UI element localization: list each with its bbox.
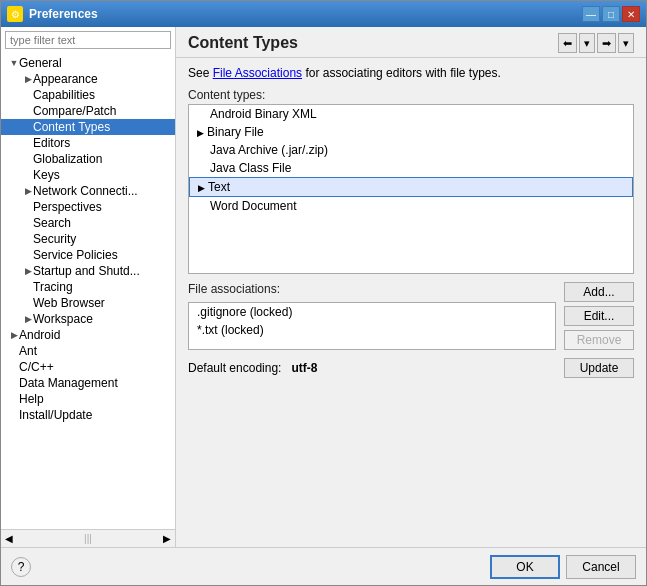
tree-label-startup-shutdown: Startup and Shutd... (33, 264, 140, 278)
back-dropdown-button[interactable]: ▾ (579, 33, 595, 53)
tree-label-ant: Ant (19, 344, 37, 358)
tree-label-keys: Keys (33, 168, 60, 182)
tree-item-general[interactable]: ▼General (1, 55, 175, 71)
ct-arrow-binary-file[interactable]: ▶ (197, 128, 204, 138)
tree-label-data-management: Data Management (19, 376, 118, 390)
tree-arrow-startup-shutdown[interactable]: ▶ (23, 266, 33, 276)
filter-input[interactable] (5, 31, 171, 49)
tree-item-workspace[interactable]: ▶Workspace (1, 311, 175, 327)
right-content: See File Associations for associating ed… (176, 58, 646, 547)
tree-label-tracing: Tracing (33, 280, 73, 294)
title-bar-controls: — □ ✕ (582, 6, 640, 22)
tree-label-android: Android (19, 328, 60, 342)
update-button[interactable]: Update (564, 358, 634, 378)
content-types-section: Content types: Android Binary XML▶Binary… (188, 88, 634, 274)
window-title: Preferences (29, 7, 98, 21)
tree-item-service-policies[interactable]: ▶Service Policies (1, 247, 175, 263)
bottom-left: ? (11, 557, 31, 577)
file-assoc-item-gitignore[interactable]: .gitignore (locked) (189, 303, 555, 321)
tree-item-editors[interactable]: ▶Editors (1, 135, 175, 151)
content-type-item-java-class[interactable]: Java Class File (189, 159, 633, 177)
description-text-2: for associating editors with file types. (302, 66, 501, 80)
tree-label-appearance: Appearance (33, 72, 98, 86)
file-assoc-section: File associations: .gitignore (locked)*.… (188, 282, 634, 350)
window-icon: ⚙ (7, 6, 23, 22)
back-button[interactable]: ⬅ (558, 33, 577, 53)
tree-item-compare-patch[interactable]: ▶Compare/Patch (1, 103, 175, 119)
tree-item-android[interactable]: ▶Android (1, 327, 175, 343)
scroll-right-icon[interactable]: ▶ (159, 533, 175, 544)
tree-item-globalization[interactable]: ▶Globalization (1, 151, 175, 167)
help-button[interactable]: ? (11, 557, 31, 577)
tree-item-help[interactable]: ▶Help (1, 391, 175, 407)
forward-button[interactable]: ➡ (597, 33, 616, 53)
ct-label-word-doc: Word Document (210, 199, 296, 213)
tree-arrow-android[interactable]: ▶ (9, 330, 19, 340)
ct-label-java-archive: Java Archive (.jar/.zip) (210, 143, 328, 157)
tree-item-keys[interactable]: ▶Keys (1, 167, 175, 183)
ct-arrow-text[interactable]: ▶ (198, 183, 205, 193)
file-assoc-label: File associations: (188, 282, 556, 296)
right-panel: Content Types ⬅ ▾ ➡ ▾ See File Associati… (176, 27, 646, 547)
tree-area: ▼General▶Appearance▶Capabilities▶Compare… (1, 53, 175, 529)
cancel-button[interactable]: Cancel (566, 555, 636, 579)
content-type-item-text[interactable]: ▶Text (189, 177, 633, 197)
right-header: Content Types ⬅ ▾ ➡ ▾ (176, 27, 646, 58)
tree-item-perspectives[interactable]: ▶Perspectives (1, 199, 175, 215)
tree-item-capabilities[interactable]: ▶Capabilities (1, 87, 175, 103)
scroll-left-icon[interactable]: ◀ (1, 533, 17, 544)
tree-item-ant[interactable]: ▶Ant (1, 343, 175, 359)
bottom-right: OK Cancel (490, 555, 636, 579)
file-associations-link[interactable]: File Associations (213, 66, 302, 80)
forward-dropdown-button[interactable]: ▾ (618, 33, 634, 53)
tree-label-security: Security (33, 232, 76, 246)
tree-item-data-management[interactable]: ▶Data Management (1, 375, 175, 391)
panel-title: Content Types (188, 34, 298, 52)
add-button[interactable]: Add... (564, 282, 634, 302)
tree-item-startup-shutdown[interactable]: ▶Startup and Shutd... (1, 263, 175, 279)
file-assoc-list[interactable]: .gitignore (locked)*.txt (locked) (188, 302, 556, 350)
tree-item-security[interactable]: ▶Security (1, 231, 175, 247)
tree-label-general: General (19, 56, 62, 70)
tree-item-search[interactable]: ▶Search (1, 215, 175, 231)
close-button[interactable]: ✕ (622, 6, 640, 22)
title-bar: ⚙ Preferences — □ ✕ (1, 1, 646, 27)
content-type-item-android-xml[interactable]: Android Binary XML (189, 105, 633, 123)
tree-label-help: Help (19, 392, 44, 406)
description-row: See File Associations for associating ed… (188, 66, 634, 80)
tree-label-workspace: Workspace (33, 312, 93, 326)
tree-arrow-general[interactable]: ▼ (9, 58, 19, 68)
remove-button[interactable]: Remove (564, 330, 634, 350)
content-types-label: Content types: (188, 88, 634, 102)
fa-label-gitignore: .gitignore (locked) (197, 305, 292, 319)
content-type-item-binary-file[interactable]: ▶Binary File (189, 123, 633, 141)
edit-button[interactable]: Edit... (564, 306, 634, 326)
content-types-list[interactable]: Android Binary XML▶Binary FileJava Archi… (188, 104, 634, 274)
fa-label-txt: *.txt (locked) (197, 323, 264, 337)
tree-arrow-workspace[interactable]: ▶ (23, 314, 33, 324)
tree-item-install-update[interactable]: ▶Install/Update (1, 407, 175, 423)
maximize-button[interactable]: □ (602, 6, 620, 22)
tree-label-perspectives: Perspectives (33, 200, 102, 214)
title-bar-left: ⚙ Preferences (7, 6, 98, 22)
tree-item-content-types[interactable]: ▶Content Types (1, 119, 175, 135)
tree-label-c-cpp: C/C++ (19, 360, 54, 374)
tree-arrow-appearance[interactable]: ▶ (23, 74, 33, 84)
tree-item-c-cpp[interactable]: ▶C/C++ (1, 359, 175, 375)
content-type-item-word-doc[interactable]: Word Document (189, 197, 633, 215)
tree-item-appearance[interactable]: ▶Appearance (1, 71, 175, 87)
tree-item-network[interactable]: ▶Network Connecti... (1, 183, 175, 199)
tree-label-compare-patch: Compare/Patch (33, 104, 116, 118)
tree-arrow-network[interactable]: ▶ (23, 186, 33, 196)
tree-item-tracing[interactable]: ▶Tracing (1, 279, 175, 295)
encoding-label: Default encoding: utf-8 (188, 361, 317, 375)
file-assoc-item-txt[interactable]: *.txt (locked) (189, 321, 555, 339)
preferences-window: ⚙ Preferences — □ ✕ ▼General▶Appearance▶… (0, 0, 647, 586)
tree-label-install-update: Install/Update (19, 408, 92, 422)
content-type-item-java-archive[interactable]: Java Archive (.jar/.zip) (189, 141, 633, 159)
ok-button[interactable]: OK (490, 555, 560, 579)
tree-item-web-browser[interactable]: ▶Web Browser (1, 295, 175, 311)
tree-label-search: Search (33, 216, 71, 230)
minimize-button[interactable]: — (582, 6, 600, 22)
encoding-row: Default encoding: utf-8 Update (188, 358, 634, 378)
